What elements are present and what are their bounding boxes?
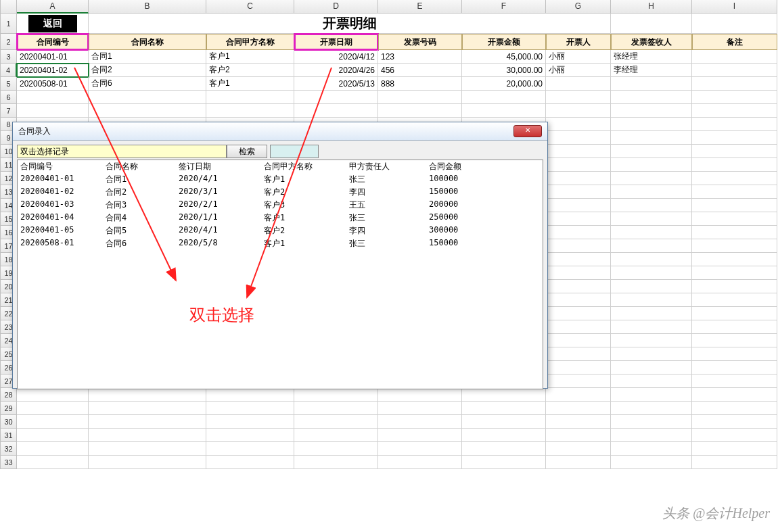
cell-a6[interactable] [17,91,89,104]
cell-invoice-date[interactable]: 2020/4/12 [294,50,378,64]
cell-g19[interactable] [546,266,611,280]
cell-b31[interactable] [89,429,206,442]
cell-i19[interactable] [692,266,777,280]
cell-g23[interactable] [546,320,611,334]
cell-remark[interactable] [692,50,777,64]
cell-c32[interactable] [206,442,294,456]
cell-f32[interactable] [462,442,546,456]
cell-f29[interactable] [462,402,546,415]
cell-g16[interactable] [546,226,611,239]
cell-i1[interactable] [692,14,777,34]
cell-h13[interactable] [611,185,692,199]
th-contract-no[interactable]: 合同编号 [17,34,89,50]
row-num-32[interactable]: 32 [1,442,17,456]
cell-a32[interactable] [17,442,89,456]
cell-i31[interactable] [692,429,777,442]
th-invoice-date[interactable]: 开票日期 [294,34,378,50]
cell-receiver[interactable]: 李经理 [611,64,692,77]
cell-i11[interactable] [692,158,777,172]
cell-invoice-date[interactable]: 2020/5/13 [294,77,378,91]
cell-g15[interactable] [546,212,611,226]
cell-i27[interactable] [692,374,777,388]
cell-i9[interactable] [692,131,777,145]
cell-party-a[interactable]: 客户1 [206,50,294,64]
cell-a1[interactable]: 返回 [17,14,89,34]
cell-i6[interactable] [692,91,777,104]
cell-i17[interactable] [692,239,777,253]
cell-receiver[interactable] [611,77,692,91]
cell-h27[interactable] [611,374,692,388]
cell-g17[interactable] [546,239,611,253]
col-header-d[interactable]: D [294,0,378,14]
list-item[interactable]: 20200508-01合同62020/5/8客户1张三150000 [18,237,543,250]
cell-issuer[interactable]: 小丽 [546,64,611,77]
row-num-29[interactable]: 29 [1,402,17,415]
cell-b33[interactable] [89,456,206,469]
row-num-1[interactable]: 1 [1,14,17,34]
col-header-h[interactable]: H [611,0,692,14]
row-num-5[interactable]: 5 [1,77,17,91]
cell-d33[interactable] [294,456,378,469]
cell-h1[interactable] [611,14,692,34]
cell-i15[interactable] [692,212,777,226]
cell-h10[interactable] [611,145,692,158]
cell-issuer[interactable]: 小丽 [546,50,611,64]
cell-g18[interactable] [546,253,611,266]
cell-g13[interactable] [546,185,611,199]
cell-invoice-no[interactable]: 123 [378,50,462,64]
cell-i32[interactable] [692,442,777,456]
cell-h30[interactable] [611,415,692,429]
cell-contract-no[interactable]: 20200401-01 [17,50,89,64]
cell-c29[interactable] [206,402,294,415]
cell-g24[interactable] [546,334,611,347]
cell-i23[interactable] [692,320,777,334]
cell-i21[interactable] [692,293,777,307]
row-num-30[interactable]: 30 [1,415,17,429]
cell-h15[interactable] [611,212,692,226]
cell-g26[interactable] [546,361,611,374]
search-button[interactable]: 检索 [227,145,267,158]
cell-i12[interactable] [692,172,777,185]
cell-h33[interactable] [611,456,692,469]
cell-contract-name[interactable]: 合同2 [89,64,206,77]
cell-e6[interactable] [378,91,462,104]
cell-h21[interactable] [611,293,692,307]
cell-h29[interactable] [611,402,692,415]
row-num-33[interactable]: 33 [1,456,17,469]
cell-h12[interactable] [611,172,692,185]
cell-h16[interactable] [611,226,692,239]
cell-f33[interactable] [462,456,546,469]
col-header-e[interactable]: E [378,0,462,14]
cell-e31[interactable] [378,429,462,442]
row-num-6[interactable]: 6 [1,91,17,104]
cell-g6[interactable] [546,91,611,104]
cell-g9[interactable] [546,131,611,145]
cell-d32[interactable] [294,442,378,456]
th-invoice-no[interactable]: 发票号码 [378,34,462,50]
cell-b30[interactable] [89,415,206,429]
cell-g7[interactable] [546,104,611,118]
dialog-titlebar[interactable]: 合同录入 ✕ [13,122,547,141]
contract-list[interactable]: 合同编号 合同名称 签订日期 合同甲方名称 甲方责任人 合同金额 2020040… [17,160,543,389]
cell-g11[interactable] [546,158,611,172]
list-item[interactable]: 20200401-04合同42020/1/1客户1张三250000 [18,212,543,224]
col-header-b[interactable]: B [89,0,206,14]
cell-i26[interactable] [692,361,777,374]
row-num-2[interactable]: 2 [1,34,17,50]
cell-g25[interactable] [546,347,611,361]
cell-a33[interactable] [17,456,89,469]
cell-e32[interactable] [378,442,462,456]
cell-g8[interactable] [546,118,611,131]
cell-f6[interactable] [462,91,546,104]
cell-d30[interactable] [294,415,378,429]
search-extra-box[interactable] [270,145,319,158]
row-num-7[interactable]: 7 [1,104,17,118]
cell-h28[interactable] [611,388,692,402]
cell-i8[interactable] [692,118,777,131]
cell-contract-no[interactable]: 20200508-01 [17,77,89,91]
cell-h22[interactable] [611,307,692,320]
cell-party-a[interactable]: 客户2 [206,64,294,77]
cell-party-a[interactable]: 客户1 [206,77,294,91]
list-item[interactable]: 20200401-02合同22020/3/1客户2李四150000 [18,186,543,199]
cell-g22[interactable] [546,307,611,320]
